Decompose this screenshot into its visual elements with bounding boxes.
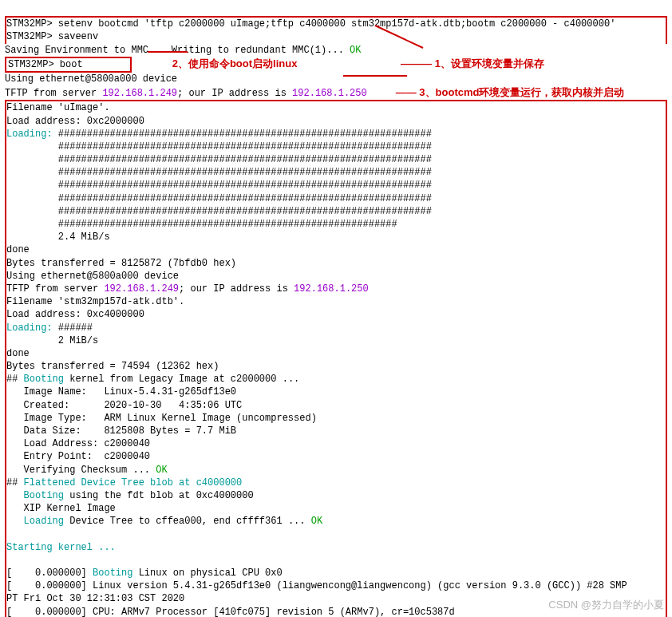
xip: XIP Kernel Image bbox=[6, 503, 116, 514]
hash: ########################################… bbox=[58, 167, 432, 178]
k-version: [ 0.000000] Linux version 5.4.31-g265df1… bbox=[6, 580, 633, 591]
annotation-1: ——— 1、设置环境变量并保存 bbox=[401, 57, 544, 69]
done: done bbox=[6, 244, 30, 255]
starting-kernel: Starting kernel ... bbox=[6, 542, 116, 553]
box-setenv: STM32MP> setenv bootcmd 'tftp c2000000 u… bbox=[5, 16, 667, 43]
cmd-boot: boot bbox=[60, 59, 83, 70]
tftp-line: TFTP from server 192.168.1.249; our IP a… bbox=[5, 88, 367, 99]
speed: 2.4 MiB/s bbox=[58, 231, 110, 243]
booting: Booting bbox=[24, 374, 64, 385]
annotation-3: —— 3、bootcmd环境变量运行，获取内核并启动 bbox=[396, 86, 625, 98]
ok: OK bbox=[311, 516, 322, 527]
using-eth: Using ethernet@5800a000 device bbox=[5, 73, 177, 85]
k-version2: PT Fri Oct 30 12:31:03 CST 2020 bbox=[6, 593, 184, 604]
hash: ########################################… bbox=[58, 206, 432, 217]
hash: ########################################… bbox=[58, 193, 432, 204]
terminal-output: STM32MP> setenv bootcmd 'tftp c2000000 u… bbox=[0, 0, 672, 617]
annotation-2: 2、使用命令boot启动linux bbox=[172, 57, 298, 69]
image-name: Image Name: Linux-5.4.31-g265df13e0 bbox=[6, 386, 236, 397]
hash: ########################################… bbox=[58, 154, 432, 165]
bytes2: Bytes transferred = 74594 (12362 hex) bbox=[6, 361, 219, 372]
booting: Booting bbox=[24, 490, 64, 501]
k-ts: [ 0.000000] bbox=[6, 568, 93, 579]
devtree: Device Tree to cffea000, end cffff361 ..… bbox=[64, 516, 311, 527]
prompt: STM32MP> bbox=[8, 59, 54, 70]
filename2: Filename 'stm32mp157d-atk.dtb'. bbox=[6, 296, 184, 307]
speed: 2 MiB/s bbox=[58, 335, 98, 346]
k-cpu1: [ 0.000000] CPU: ARMv7 Processor [410fc0… bbox=[6, 607, 455, 617]
legacy: kernel from Legacy Image at c2000000 ... bbox=[64, 374, 299, 385]
hash: ########################################… bbox=[58, 180, 432, 191]
cmd-saveenv: saveenv bbox=[58, 31, 98, 42]
loading-label: Loading: bbox=[6, 129, 53, 140]
entry-point: Entry Point: c2000040 bbox=[6, 451, 150, 462]
flattened: Flattened Device Tree blob at c4000000 bbox=[18, 477, 242, 488]
hash: ########################################… bbox=[58, 129, 432, 140]
box-boot: STM32MP> boot bbox=[5, 57, 132, 73]
load-addr: Load address: 0xc2000000 bbox=[6, 116, 144, 127]
bytes: Bytes transferred = 8125872 (7bfdb0 hex) bbox=[6, 258, 236, 269]
loading-label: Loading: bbox=[6, 322, 53, 334]
ok: OK bbox=[156, 465, 167, 476]
entry-load: Load Address: c2000040 bbox=[6, 438, 150, 449]
filename: Filename 'uImage'. bbox=[6, 102, 110, 113]
loading: Loading bbox=[24, 516, 64, 527]
prompt: STM32MP> bbox=[6, 18, 53, 30]
booting: Booting bbox=[93, 568, 132, 579]
done: done bbox=[6, 348, 30, 359]
cmd-setenv: setenv bootcmd 'tftp c2000000 uImage;tft… bbox=[58, 18, 616, 30]
prompt: STM32MP> bbox=[6, 31, 53, 42]
saving-env: Saving Environment to MMC... Writing to … bbox=[5, 45, 350, 56]
data-size: Data Size: 8125808 Bytes = 7.7 MiB bbox=[6, 425, 236, 437]
hash: ###### bbox=[58, 322, 93, 334]
verify: Verifying Checksum ... bbox=[6, 465, 156, 476]
load-addr2: Load address: 0xc4000000 bbox=[6, 309, 144, 320]
hash: ########################################… bbox=[58, 219, 397, 230]
fdt: using the fdt blob at 0xc4000000 bbox=[64, 490, 254, 501]
created: Created: 2020-10-30 4:35:06 UTC bbox=[6, 400, 242, 411]
using-eth: Using ethernet@5800a000 device bbox=[6, 271, 179, 282]
box-kernel: Filename 'uImage'. Load address: 0xc2000… bbox=[5, 100, 667, 617]
image-type: Image Type: ARM Linux Kernel Image (unco… bbox=[6, 413, 317, 424]
watermark: CSDN @努力自学的小夏 bbox=[548, 598, 664, 612]
hash: ########################################… bbox=[58, 141, 432, 152]
tftp-line2: TFTP from server 192.168.1.249; our IP a… bbox=[6, 283, 369, 295]
ok: OK bbox=[350, 45, 361, 56]
k-line: Linux on physical CPU 0x0 bbox=[132, 568, 282, 579]
